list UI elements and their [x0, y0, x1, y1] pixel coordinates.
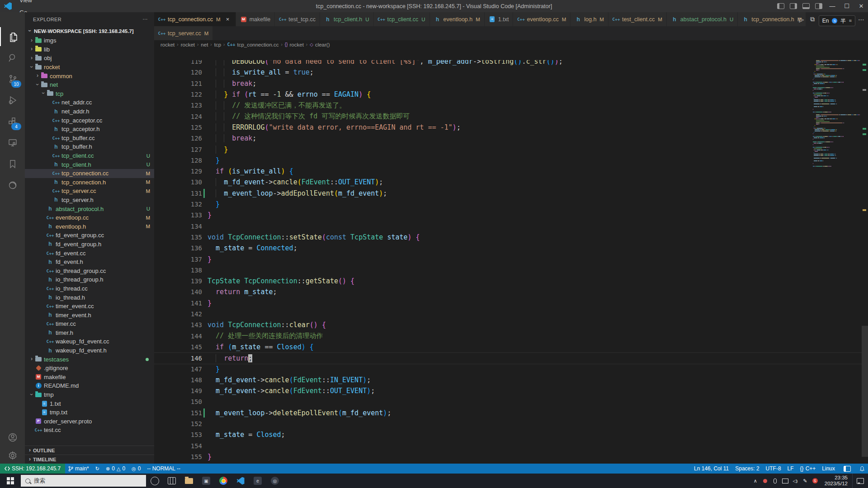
remote-os[interactable]: Linux: [819, 464, 838, 474]
code-line-129[interactable]: 129 if (is_write_all) {: [154, 166, 868, 177]
tree-item-testcases[interactable]: ›testcases: [25, 355, 154, 364]
workspace-header[interactable]: › NEW-WORKSPACE [SSH: 192.168.245.7]: [25, 26, 154, 36]
taskbar-clock[interactable]: 23:35 2023/5/12: [820, 475, 852, 487]
layout-custom-icon[interactable]: [815, 3, 822, 9]
toggle-panel-icon[interactable]: [777, 3, 784, 9]
sogou-tray-icon[interactable]: S: [810, 474, 820, 488]
display-tray-icon[interactable]: [780, 474, 790, 488]
tree-item-net[interactable]: ›net: [25, 80, 154, 89]
code-line-145[interactable]: 145 if (m_state == Closed) {: [154, 342, 868, 352]
code-line-133[interactable]: 133}: [154, 210, 868, 221]
taskbar-search-input[interactable]: 搜索: [21, 475, 146, 487]
tree-item-fd-event-cc[interactable]: C++fd_event.cc: [25, 249, 154, 258]
action-center-button[interactable]: [852, 474, 868, 488]
toggle-sidebar-icon[interactable]: [790, 3, 797, 9]
tab-makefile[interactable]: Mmakefile: [236, 12, 275, 26]
code-line-119[interactable]: 119 DEBUGLOG("no data need to send to cl…: [154, 60, 868, 67]
tree-item-tmp[interactable]: ›tmp: [25, 390, 154, 399]
breadcrumb-item[interactable]: C++tcp_connection.cc: [227, 42, 278, 47]
tree-item-abstact-protocol-h[interactable]: habstact_protocol.hU: [25, 204, 154, 213]
code-line-140[interactable]: 140 return m_state;: [154, 286, 868, 297]
tree-item-fd-event-group-cc[interactable]: C++fd_event_group.cc: [25, 231, 154, 240]
microphone-tray-icon[interactable]: [770, 474, 780, 488]
breadcrumb-item[interactable]: tcp: [214, 42, 221, 47]
tab-eventloop-h[interactable]: heventloop.hM: [430, 12, 485, 26]
code-line-121[interactable]: 121 break;: [154, 78, 868, 89]
tab-tcp-server-cc[interactable]: C++tcp_server.ccM: [154, 26, 213, 40]
code-line-146[interactable]: 146 return;: [154, 352, 868, 364]
tree-item-tcp-server-h[interactable]: htcp_server.h: [25, 196, 154, 205]
code-line-154[interactable]: 154: [154, 441, 868, 451]
tab-test-tcp-cc[interactable]: C++test_tcp.cc: [275, 12, 320, 26]
tree-item-fd-event-group-h[interactable]: hfd_event_group.h: [25, 240, 154, 249]
tab-tcp-client-h[interactable]: htcp_client.hU: [320, 12, 374, 26]
input-method-widget[interactable]: En S 半 ⌗: [819, 15, 855, 26]
problems-indicator[interactable]: ⊗0 △0: [103, 464, 128, 474]
tab-log-h[interactable]: hlog.hM: [571, 12, 609, 26]
activity-extensions-icon[interactable]: 4: [0, 112, 25, 131]
vim-mode[interactable]: -- NORMAL --: [144, 464, 184, 474]
tree-item-tcp-acceptor-cc[interactable]: C++tcp_acceptor.cc: [25, 116, 154, 125]
tree-item-io-thread-group-cc[interactable]: C++io_thread_group.cc: [25, 266, 154, 275]
code-line-122[interactable]: 122 } if (rt == -1 && errno == EAGAIN) {: [154, 89, 868, 100]
volume-tray-icon[interactable]: ◁): [790, 474, 800, 488]
code-line-132[interactable]: 132 }: [154, 199, 868, 210]
menu-view[interactable]: View: [15, 0, 47, 6]
tree-item-tcp-client-cc[interactable]: C++tcp_client.ccU: [25, 151, 154, 160]
code-line-120[interactable]: 120 is_write_all = true;: [154, 67, 868, 78]
tab-tcp-connection-cc[interactable]: C++tcp_connection.ccM×: [154, 12, 236, 26]
taskbar-cortana-icon[interactable]: [146, 474, 163, 488]
tree-item-tcp-server-cc[interactable]: C++tcp_server.ccM: [25, 187, 154, 196]
hidden-icons-chevron[interactable]: ∧: [750, 474, 760, 488]
taskbar-vscode-icon[interactable]: [232, 474, 249, 488]
tree-item-wakeup-fd-event-cc[interactable]: C++wakeup_fd_event.cc: [25, 337, 154, 346]
minimap[interactable]: [813, 60, 862, 464]
sync-button[interactable]: ↻: [92, 464, 103, 474]
breadcrumb-item[interactable]: net: [201, 42, 208, 47]
code-line-147[interactable]: 147 }: [154, 363, 868, 374]
tab-eventloop-cc[interactable]: C++eventloop.ccM: [513, 12, 571, 26]
breadcrumb-item[interactable]: {}rocket: [285, 42, 304, 47]
breadcrumb-item[interactable]: ◇clear(): [310, 42, 330, 47]
taskbar-edge-dev-icon[interactable]: e: [249, 474, 266, 488]
code-line-148[interactable]: 148 m_fd_event->cancle(FdEvent::IN_EVENT…: [154, 375, 868, 385]
cursor-position[interactable]: Ln 146, Col 11: [691, 464, 732, 474]
encoding[interactable]: UTF-8: [763, 464, 784, 474]
breadcrumb-item[interactable]: rocket: [160, 42, 175, 47]
activity-bookmarks-icon[interactable]: [0, 155, 25, 174]
tree-item-makefile[interactable]: Mmakefile: [25, 373, 154, 382]
tree-item-net-addr-cc[interactable]: C++net_addr.cc: [25, 98, 154, 107]
section-outline[interactable]: ›OUTLINE: [25, 446, 154, 455]
start-button[interactable]: [0, 474, 21, 488]
tree-item-eventloop-cc[interactable]: C++eventloop.ccM: [25, 213, 154, 222]
code-line-128[interactable]: 128 }: [154, 155, 868, 166]
tree-item-readme-md[interactable]: iREADME.md: [25, 381, 154, 390]
split-icon[interactable]: ⧉: [810, 15, 815, 23]
code-line-135[interactable]: 135void TcpConnection::setState(const Tc…: [154, 232, 868, 243]
code-line-151[interactable]: 151 m_event_loop->deleteEpollEvent(m_fd_…: [154, 408, 868, 418]
tree-item-fd-event-h[interactable]: hfd_event.h: [25, 258, 154, 267]
code-line-125[interactable]: 125 ERRORLOG("write data error, errno==E…: [154, 122, 868, 133]
tree-item-tcp-connection-cc[interactable]: C++tcp_connection.ccM: [25, 169, 154, 178]
tree-item-tcp-connection-h[interactable]: htcp_connection.hM: [25, 178, 154, 187]
code-line-155[interactable]: 155}: [154, 451, 868, 462]
code-line-150[interactable]: 150: [154, 396, 868, 407]
breadcrumb-item[interactable]: rocket: [181, 42, 195, 47]
code-line-137[interactable]: 137}: [154, 253, 868, 264]
tree-item-timer-cc[interactable]: C++timer.cc: [25, 319, 154, 328]
extension-counter[interactable]: ◎0: [128, 464, 144, 474]
tab-tcp-connection-h[interactable]: htcp_connection.hM: [738, 12, 806, 26]
taskbar-app-dark-icon[interactable]: ▣: [198, 474, 215, 488]
tree-item-lib[interactable]: ›lib: [25, 45, 154, 54]
tree-item-timer-event-h[interactable]: htimer_event.h: [25, 310, 154, 319]
tree-item-1-txt[interactable]: ≡1.txt: [25, 399, 154, 408]
git-branch[interactable]: main*: [65, 464, 92, 474]
taskbar-app-round-icon[interactable]: ◎: [266, 474, 283, 488]
tree-item-rocket[interactable]: ›rocket: [25, 63, 154, 72]
tree-item-tcp-buffer-cc[interactable]: C++tcp_buffer.cc: [25, 134, 154, 143]
tree-item-io-thread-cc[interactable]: C++io_thread.cc: [25, 284, 154, 293]
activity-source-control-icon[interactable]: 10: [0, 70, 25, 89]
taskbar-task-view-icon[interactable]: [163, 474, 180, 488]
code-line-152[interactable]: 152: [154, 418, 868, 429]
activity-remote-explorer-icon[interactable]: [0, 133, 25, 152]
